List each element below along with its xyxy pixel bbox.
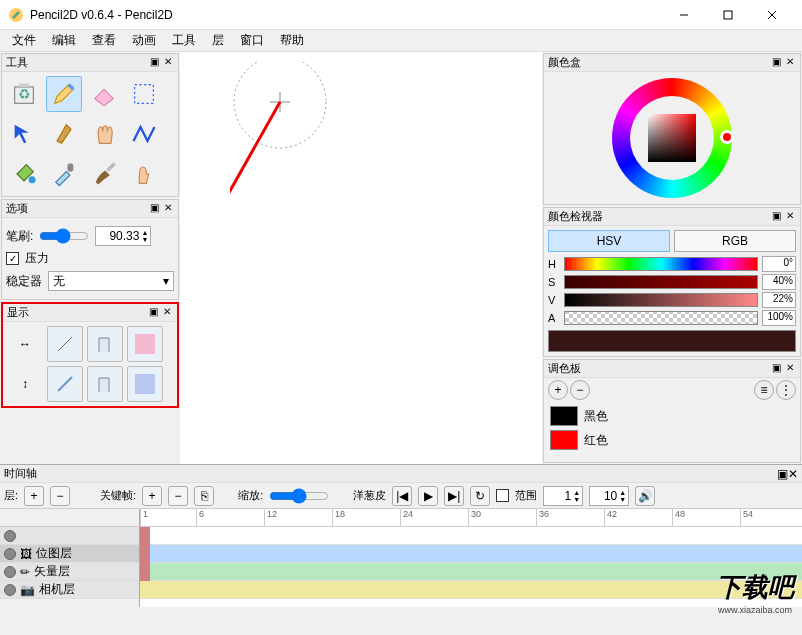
- menu-window[interactable]: 窗口: [232, 30, 272, 51]
- display-overlay-blue[interactable]: [127, 366, 163, 402]
- play-end-button[interactable]: ▶|: [444, 486, 464, 506]
- timeline-title: 时间轴: [4, 466, 777, 481]
- sat-slider[interactable]: [564, 275, 758, 289]
- play-button[interactable]: ▶: [418, 486, 438, 506]
- menu-layer[interactable]: 层: [204, 30, 232, 51]
- timeline-layer[interactable]: 📷相机层: [0, 581, 139, 599]
- sat-value[interactable]: 40%: [762, 274, 796, 290]
- tool-polyline[interactable]: [126, 116, 162, 152]
- loop-button[interactable]: ↻: [470, 486, 490, 506]
- close-button[interactable]: [750, 1, 794, 29]
- visibility-icon[interactable]: [4, 566, 16, 578]
- tool-pen[interactable]: [46, 116, 82, 152]
- menu-help[interactable]: 帮助: [272, 30, 312, 51]
- palette-remove-button[interactable]: −: [570, 380, 590, 400]
- svg-text:♻: ♻: [18, 86, 31, 102]
- undock-icon[interactable]: ▣: [777, 467, 788, 481]
- timeline-layer[interactable]: 🖼位图层: [0, 545, 139, 563]
- tool-pencil[interactable]: [46, 76, 82, 112]
- alpha-value[interactable]: 100%: [762, 310, 796, 326]
- keyframe-dup-button[interactable]: ⎘: [194, 486, 214, 506]
- timeline-tracks[interactable]: [140, 527, 802, 607]
- close-icon[interactable]: ✕: [784, 211, 796, 223]
- colorbox-title: 颜色盒: [548, 55, 768, 70]
- range-to-spinbox[interactable]: 10▲▼: [589, 486, 629, 506]
- menu-file[interactable]: 文件: [4, 30, 44, 51]
- tool-move[interactable]: [6, 116, 42, 152]
- timeline-ruler[interactable]: 1 6 12 18 24 30 36 42 48 54: [140, 509, 802, 527]
- display-thin-lines[interactable]: [47, 326, 83, 362]
- color-wheel[interactable]: [612, 78, 732, 198]
- display-outlines[interactable]: [87, 326, 123, 362]
- undock-icon[interactable]: ▣: [147, 307, 159, 319]
- undock-icon[interactable]: ▣: [770, 211, 782, 223]
- undock-icon[interactable]: ▣: [770, 363, 782, 375]
- range-from-spinbox[interactable]: 1▲▼: [543, 486, 583, 506]
- tool-brush[interactable]: [86, 156, 122, 192]
- tool-select-rect[interactable]: [126, 76, 162, 112]
- timeline-layer[interactable]: ✏矢量层: [0, 563, 139, 581]
- minimize-button[interactable]: [662, 1, 706, 29]
- tool-hand[interactable]: [86, 116, 122, 152]
- palette-item[interactable]: 黑色: [548, 404, 796, 428]
- close-icon[interactable]: ✕: [162, 57, 174, 69]
- close-icon[interactable]: ✕: [784, 57, 796, 69]
- zoom-slider[interactable]: [269, 488, 329, 504]
- val-slider[interactable]: [564, 293, 758, 307]
- brush-size-slider[interactable]: [39, 228, 89, 244]
- tool-bucket[interactable]: [6, 156, 42, 192]
- close-icon[interactable]: ✕: [788, 467, 798, 481]
- layer-add-button[interactable]: +: [24, 486, 44, 506]
- undock-icon[interactable]: ▣: [148, 203, 160, 215]
- palette-panel: 调色板 ▣ ✕ + − ≡ ⋮ 黑色 红色: [543, 359, 801, 463]
- keyframe-remove-button[interactable]: −: [168, 486, 188, 506]
- colorbox-panel: 颜色盒 ▣ ✕: [543, 53, 801, 205]
- tab-rgb[interactable]: RGB: [674, 230, 796, 252]
- alpha-slider[interactable]: [564, 311, 758, 325]
- undock-icon[interactable]: ▣: [148, 57, 160, 69]
- stabilizer-combo[interactable]: 无 ▾: [48, 271, 174, 291]
- canvas[interactable]: [180, 52, 542, 464]
- display-mirror-h[interactable]: ↔: [7, 326, 43, 362]
- visibility-icon[interactable]: [4, 548, 16, 560]
- visibility-icon[interactable]: [4, 530, 16, 542]
- tab-hsv[interactable]: HSV: [548, 230, 670, 252]
- layer-remove-button[interactable]: −: [50, 486, 70, 506]
- svg-line-11: [58, 377, 72, 391]
- close-icon[interactable]: ✕: [161, 307, 173, 319]
- display-thin-lines-2[interactable]: [47, 366, 83, 402]
- undock-icon[interactable]: ▣: [770, 57, 782, 69]
- palette-menu-icon[interactable]: ⋮: [776, 380, 796, 400]
- brush-size-spinbox[interactable]: 90.33 ▲▼: [95, 226, 151, 246]
- menu-view[interactable]: 查看: [84, 30, 124, 51]
- display-mirror-v[interactable]: ↕: [7, 366, 43, 402]
- play-start-button[interactable]: |◀: [392, 486, 412, 506]
- timeline-layer-all[interactable]: [0, 527, 139, 545]
- tool-eraser[interactable]: [86, 76, 122, 112]
- display-outlines-2[interactable]: [87, 366, 123, 402]
- palette-item[interactable]: 红色: [548, 428, 796, 452]
- close-icon[interactable]: ✕: [162, 203, 174, 215]
- palette-list-view-icon[interactable]: ≡: [754, 380, 774, 400]
- tool-clear[interactable]: ♻: [6, 76, 42, 112]
- tool-eyedropper[interactable]: [46, 156, 82, 192]
- range-checkbox[interactable]: [496, 489, 509, 502]
- close-icon[interactable]: ✕: [784, 363, 796, 375]
- svg-rect-7: [135, 85, 154, 104]
- visibility-icon[interactable]: [4, 584, 16, 596]
- palette-add-button[interactable]: +: [548, 380, 568, 400]
- keyframe-add-button[interactable]: +: [142, 486, 162, 506]
- menu-tools[interactable]: 工具: [164, 30, 204, 51]
- menu-animation[interactable]: 动画: [124, 30, 164, 51]
- tool-smudge[interactable]: [126, 156, 162, 192]
- maximize-button[interactable]: [706, 1, 750, 29]
- hue-value[interactable]: 0°: [762, 256, 796, 272]
- val-value[interactable]: 22%: [762, 292, 796, 308]
- layer-vector-icon: ✏: [20, 565, 30, 579]
- menu-edit[interactable]: 编辑: [44, 30, 84, 51]
- colorinspector-panel: 颜色检视器 ▣ ✕ HSV RGB H0° S40% V22% A100%: [543, 207, 801, 357]
- display-overlay-pink[interactable]: [127, 326, 163, 362]
- sound-button[interactable]: 🔊: [635, 486, 655, 506]
- pressure-checkbox[interactable]: ✓: [6, 252, 19, 265]
- hue-slider[interactable]: [564, 257, 758, 271]
